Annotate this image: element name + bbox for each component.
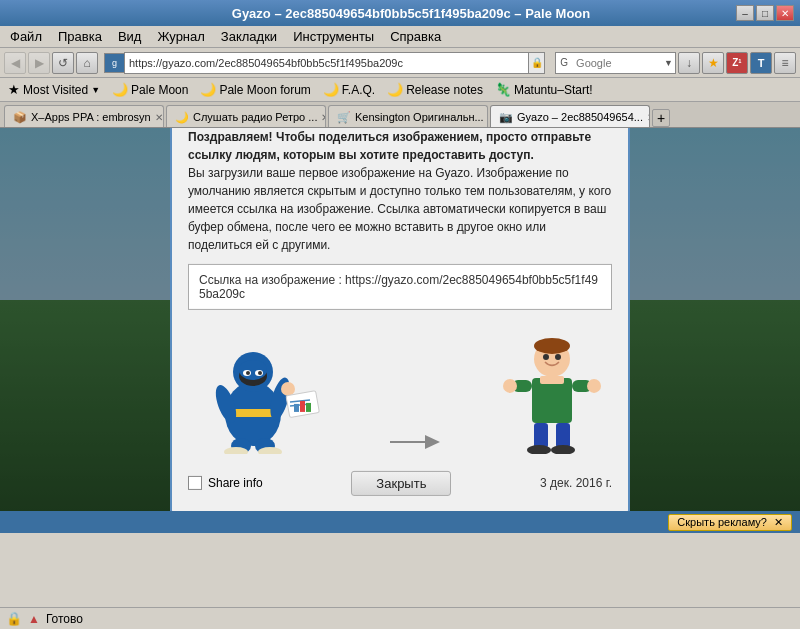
address-input[interactable] — [124, 52, 529, 74]
search-dropdown-icon[interactable]: ▼ — [662, 58, 675, 68]
close-button[interactable]: ✕ — [776, 5, 794, 21]
svg-rect-34 — [532, 377, 572, 422]
address-bar-container: g 🔒 — [104, 52, 545, 74]
svg-point-9 — [239, 359, 267, 379]
ninja-figure — [198, 323, 328, 456]
hide-ads-label: Скрыть рекламу? — [677, 516, 767, 528]
tabbar: 📦 X–Apps PPA : embrosyn ✕ 🌙 Слушать ради… — [0, 102, 800, 128]
tab-kensington[interactable]: 🛒 Kensington Оригинальн... ✕ — [328, 105, 488, 127]
persona-button[interactable]: T — [750, 52, 772, 74]
menu-view[interactable]: Вид — [112, 27, 148, 46]
titlebar: Gyazo – 2ec885049654bf0bb5c5f1f495ba209c… — [0, 0, 800, 26]
faq-icon: 🌙 — [323, 82, 339, 97]
pale-moon-forum-icon: 🌙 — [200, 82, 216, 97]
site-favicon: g — [104, 53, 124, 73]
tab-xapps-label: X–Apps PPA : embrosyn — [31, 111, 151, 123]
tab-gyazo-close[interactable]: ✕ — [647, 111, 650, 123]
hide-ads-button[interactable]: Скрыть рекламу? ✕ — [668, 514, 792, 531]
tab-radio-icon: 🌙 — [175, 111, 189, 124]
bookmark-matuntu[interactable]: 🦎 Matuntu–Start! — [491, 81, 597, 98]
svg-point-12 — [246, 370, 250, 374]
svg-point-38 — [587, 378, 601, 392]
tab-radio-close[interactable]: ✕ — [321, 111, 326, 123]
matuntu-icon: 🦎 — [495, 82, 511, 97]
menu-help[interactable]: Справка — [384, 27, 447, 46]
tab-kensington-label: Kensington Оригинальн... — [355, 111, 484, 123]
release-notes-label: Release notes — [406, 83, 483, 97]
bookmark-faq[interactable]: 🌙 F.A.Q. — [319, 81, 379, 98]
menu-edit[interactable]: Правка — [52, 27, 108, 46]
tab-gyazo-icon: 📷 — [499, 111, 513, 124]
pale-moon-forum-label: Pale Moon forum — [219, 83, 310, 97]
most-visited-icon: ★ — [8, 82, 20, 97]
tab-xapps-close[interactable]: ✕ — [155, 111, 163, 123]
search-engine-icon: G — [556, 55, 572, 70]
svg-rect-43 — [540, 375, 564, 383]
reload-button[interactable]: ↺ — [52, 52, 74, 74]
svg-rect-39 — [534, 422, 548, 447]
tab-gyazo-label: Gyazo – 2ec885049654... — [517, 111, 643, 123]
dialog-link-text: Ссылка на изображение : https://gyazo.co… — [199, 272, 598, 300]
tab-radio-label: Слушать радио Ретро ... — [193, 111, 317, 123]
ninja-svg — [198, 323, 328, 453]
bookmark-star-button[interactable]: ★ — [702, 52, 724, 74]
home-button[interactable]: ⌂ — [76, 52, 98, 74]
maximize-button[interactable]: □ — [756, 5, 774, 21]
most-visited-bookmark[interactable]: ★ Most Visited ▼ — [4, 81, 104, 98]
status-triangle-icon: ▲ — [28, 612, 40, 626]
menubar: Файл Правка Вид Журнал Закладки Инструме… — [0, 26, 800, 48]
minimize-button[interactable]: – — [736, 5, 754, 21]
close-dialog-button[interactable]: Закрыть — [351, 470, 451, 495]
bookmark-release-notes[interactable]: 🌙 Release notes — [383, 81, 487, 98]
share-info-checkbox[interactable] — [188, 476, 202, 490]
main-content: Поздравляем! Чтобы поделиться изображени… — [0, 128, 800, 511]
tab-xapps[interactable]: 📦 X–Apps PPA : embrosyn ✕ — [4, 105, 164, 127]
svg-point-13 — [258, 370, 262, 374]
security-lock-icon: 🔒 — [529, 52, 545, 74]
menu-button[interactable]: ≡ — [774, 52, 796, 74]
share-info: Share info — [188, 476, 263, 490]
search-bar: G ▼ — [555, 52, 676, 74]
bookmark-pale-moon[interactable]: 🌙 Pale Moon — [108, 81, 192, 98]
security-status-icon: 🔒 — [6, 611, 22, 626]
tab-radio[interactable]: 🌙 Слушать радио Ретро ... ✕ — [166, 105, 326, 127]
dialog: Поздравляем! Чтобы поделиться изображени… — [170, 128, 630, 511]
z-button[interactable]: Z¹ — [726, 52, 748, 74]
person-svg — [502, 333, 602, 453]
tab-gyazo[interactable]: 📷 Gyazo – 2ec885049654... ✕ — [490, 105, 650, 127]
tab-kensington-icon: 🛒 — [337, 111, 351, 124]
nav-extra-buttons: ↓ ★ Z¹ T ≡ — [678, 52, 796, 74]
svg-rect-25 — [294, 403, 299, 411]
dialog-link-box[interactable]: Ссылка на изображение : https://gyazo.co… — [188, 263, 612, 309]
svg-rect-40 — [556, 422, 570, 447]
pale-moon-icon: 🌙 — [112, 82, 128, 97]
menu-tools[interactable]: Инструменты — [287, 27, 380, 46]
most-visited-label: Most Visited — [23, 83, 88, 97]
window-controls[interactable]: – □ ✕ — [736, 5, 794, 21]
svg-marker-29 — [425, 434, 440, 448]
status-text: Готово — [46, 612, 83, 626]
matuntu-label: Matuntu–Start! — [514, 83, 593, 97]
navbar: ◀ ▶ ↺ ⌂ g 🔒 G ▼ ↓ ★ Z¹ T ≡ — [0, 48, 800, 78]
svg-point-31 — [534, 337, 570, 353]
svg-rect-26 — [300, 400, 305, 411]
hide-ads-close-icon[interactable]: ✕ — [774, 516, 783, 528]
most-visited-dropdown-icon: ▼ — [91, 85, 100, 95]
forward-button[interactable]: ▶ — [28, 52, 50, 74]
menu-file[interactable]: Файл — [4, 27, 48, 46]
pale-moon-label: Pale Moon — [131, 83, 188, 97]
ad-bar: Скрыть рекламу? ✕ — [0, 511, 800, 533]
person-figure — [502, 333, 602, 456]
window-title: Gyazo – 2ec885049654bf0bb5c5f1f495ba209c… — [86, 6, 736, 21]
bookmark-pale-moon-forum[interactable]: 🌙 Pale Moon forum — [196, 81, 314, 98]
svg-point-32 — [543, 353, 549, 359]
menu-journal[interactable]: Журнал — [151, 27, 210, 46]
back-button[interactable]: ◀ — [4, 52, 26, 74]
search-input[interactable] — [572, 53, 662, 73]
download-button[interactable]: ↓ — [678, 52, 700, 74]
svg-point-17 — [281, 381, 295, 395]
tab-xapps-icon: 📦 — [13, 111, 27, 124]
menu-bookmarks[interactable]: Закладки — [215, 27, 283, 46]
new-tab-button[interactable]: + — [652, 109, 670, 127]
dialog-illustration — [188, 323, 612, 456]
